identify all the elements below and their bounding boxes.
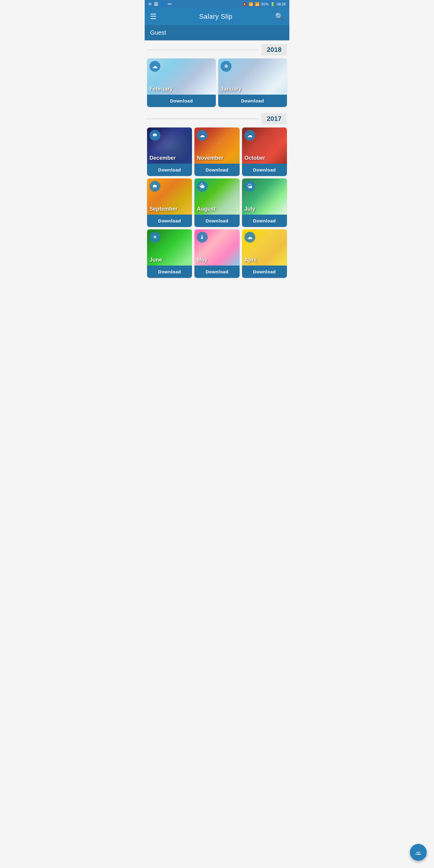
download-button-may[interactable]: Download [194, 266, 239, 278]
year-label-2018: 2018 [261, 44, 287, 56]
download-button-january[interactable]: Download [218, 95, 287, 107]
month-name-september: September [150, 206, 178, 212]
month-name-december: December [150, 155, 176, 161]
menu-button[interactable]: ☰ [150, 12, 157, 21]
app-title: Salary Slip [199, 13, 233, 21]
user-icon: 👤 [160, 2, 165, 6]
month-image-june: ☀ June [147, 229, 192, 266]
month-name-april: April [244, 257, 257, 263]
status-right-icons: 🔇 📶 📶 81% 🔋 08:26 [242, 2, 286, 6]
month-name-january: January [221, 86, 241, 92]
month-name-october: October [244, 155, 265, 161]
weather-icon-january: ❄ [221, 61, 231, 72]
download-button-october[interactable]: Download [242, 164, 287, 176]
download-button-november[interactable]: Download [194, 164, 239, 176]
download-button-july[interactable]: Download [242, 215, 287, 227]
weather-icon-june: ☀ [150, 232, 160, 243]
clock: 08:26 [277, 2, 286, 6]
month-card-february: ☁ February Download [147, 59, 216, 107]
month-card-july: 🌤 July Download [242, 179, 287, 227]
weather-icon-february: ☁ [150, 61, 160, 72]
month-image-july: 🌤 July [242, 179, 287, 215]
month-name-june: June [150, 257, 162, 263]
month-name-november: November [197, 155, 223, 161]
divider-line [147, 119, 259, 119]
download-button-june[interactable]: Download [147, 266, 192, 278]
weather-icon-december: 🌨 [150, 130, 160, 141]
download-button-september[interactable]: Download [147, 215, 192, 227]
month-card-may: 🌡 May Download [194, 229, 239, 278]
mail-icon: ✉ [148, 2, 152, 6]
download-button-february[interactable]: Download [147, 95, 216, 107]
month-card-june: ☀ June Download [147, 229, 192, 278]
month-name-may: May [197, 257, 207, 263]
year-divider-2017: 2017 [145, 113, 289, 124]
username-label: Guest [150, 29, 166, 36]
month-card-august: 🌦 August Download [194, 179, 239, 227]
mute-icon: 🔇 [242, 2, 247, 6]
battery-icon: 🔋 [270, 2, 275, 6]
weather-icon-july: 🌤 [244, 181, 255, 192]
month-image-february: ☁ February [147, 59, 216, 95]
status-left-icons: ✉ 🖼 👤 ••• [148, 2, 172, 6]
month-image-august: 🌦 August [194, 179, 239, 215]
app-bar: ☰ Salary Slip 🔍 [145, 8, 289, 25]
search-button[interactable]: 🔍 [275, 12, 284, 21]
month-image-may: 🌡 May [194, 229, 239, 266]
month-image-january: ❄ January [218, 59, 287, 95]
year-divider-2018: 2018 [145, 44, 289, 56]
month-image-september: 🌧 September [147, 179, 192, 215]
month-grid-2017: 🌨 December Download ☁ November Download … [145, 127, 289, 280]
month-name-august: August [197, 206, 216, 212]
month-card-october: ☁ October Download [242, 127, 287, 176]
status-bar: ✉ 🖼 👤 ••• 🔇 📶 📶 81% 🔋 08:26 [145, 0, 289, 8]
month-name-july: July [244, 206, 255, 212]
month-image-december: 🌨 December [147, 127, 192, 164]
download-button-december[interactable]: Download [147, 164, 192, 176]
month-image-november: ☁ November [194, 127, 239, 164]
signal-icon: 📶 [255, 2, 259, 6]
month-card-december: 🌨 December Download [147, 127, 192, 176]
battery-percent: 81% [261, 2, 269, 6]
content-area: 2018 ☁ February Download ❄ January Downl… [145, 44, 289, 280]
more-icon: ••• [167, 2, 172, 6]
download-button-april[interactable]: Download [242, 266, 287, 278]
user-banner: Guest [145, 25, 289, 40]
weather-icon-april: ☁ [244, 232, 255, 243]
month-card-september: 🌧 September Download [147, 179, 192, 227]
wifi-icon: 📶 [249, 2, 253, 6]
month-image-april: ☁ April [242, 229, 287, 266]
month-card-january: ❄ January Download [218, 59, 287, 107]
weather-icon-october: ☁ [244, 130, 255, 141]
month-grid-2018: ☁ February Download ❄ January Download [145, 59, 289, 110]
weather-icon-september: 🌧 [150, 181, 160, 192]
month-card-november: ☁ November Download [194, 127, 239, 176]
year-label-2017: 2017 [261, 113, 287, 124]
image-icon: 🖼 [154, 2, 158, 6]
month-name-february: February [150, 86, 173, 92]
month-image-october: ☁ October [242, 127, 287, 164]
month-card-april: ☁ April Download [242, 229, 287, 278]
download-button-august[interactable]: Download [194, 215, 239, 227]
